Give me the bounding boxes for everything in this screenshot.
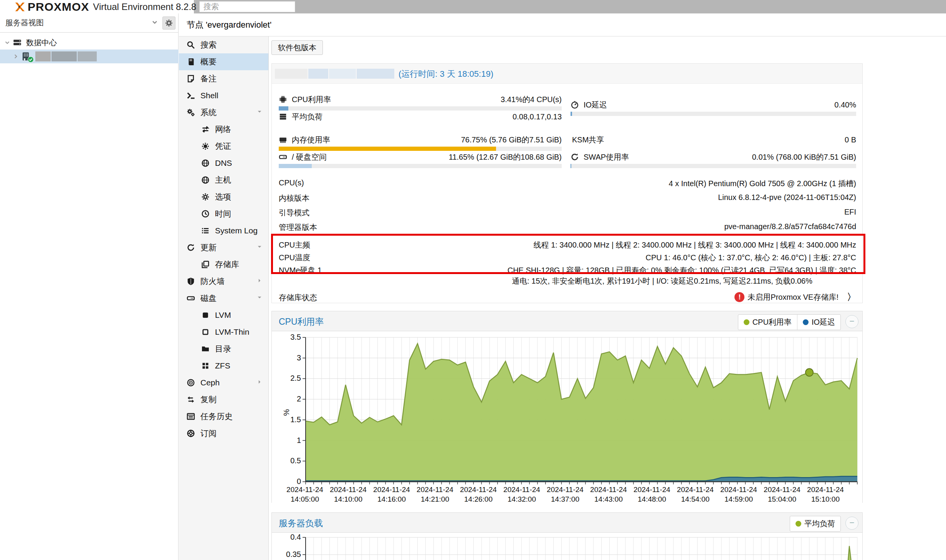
menu-item-shell[interactable]: Shell <box>179 87 268 104</box>
menu-item-目录[interactable]: 目录 <box>179 340 268 357</box>
menu-item-防火墙[interactable]: 防火墙 <box>179 273 268 290</box>
info-row-1: 内核版本Linux 6.8.12-4-pve (2024-11-06T15:04… <box>279 190 856 204</box>
node-status-card: (运行时间: 3 天 18:05:19) CPU利用率3.41%的4 CPU(s… <box>271 63 863 303</box>
chevron-down-icon[interactable] <box>151 18 162 28</box>
menu-item-时间[interactable]: 时间 <box>179 205 268 222</box>
menu-item-主机[interactable]: 主机 <box>179 172 268 188</box>
stat-value: 11.65% (12.67 GiB的108.68 GiB) <box>449 152 562 162</box>
menu-item-复制[interactable]: 复制 <box>179 391 268 408</box>
highlight-row-1: CPU温度CPU 1: 46.0°C (核心 1: 37.0°C, 核心 2: … <box>279 250 856 264</box>
load-chart-body: 0.40.35 <box>272 533 862 560</box>
menu-item-网络[interactable]: 网络 <box>179 121 268 138</box>
view-selector-row[interactable]: 服务器视图 <box>0 13 179 33</box>
exchange-icon <box>200 125 211 134</box>
stat-value: 76.75% (5.76 GiB的7.51 GiB) <box>461 135 562 145</box>
redacted-node-name <box>35 51 51 61</box>
chevron-right-icon[interactable] <box>256 277 263 286</box>
stat-label: 平均负荷 <box>292 112 322 122</box>
stat-label: CPU利用率 <box>292 94 331 105</box>
redacted-node-title <box>275 69 308 79</box>
menu-item-系统[interactable]: 系统 <box>179 104 268 121</box>
legend-item[interactable]: CPU利用率 <box>738 315 797 330</box>
shield-icon <box>185 277 197 286</box>
cpu-chart-header: CPU利用率 CPU利用率IO延迟 − <box>272 311 862 331</box>
cpu-chart-plot <box>306 337 857 482</box>
highlight-row-0: CPU主频线程 1: 3400.000 MHz | 线程 2: 3400.000… <box>279 237 856 251</box>
menu-item-label: 磁盘 <box>200 293 217 304</box>
chevron-right-icon[interactable] <box>256 378 263 387</box>
globe-icon <box>200 176 211 184</box>
stat-label: SWAP使用率 <box>584 152 629 162</box>
menu-item-lvm-thin[interactable]: LVM-Thin <box>179 324 268 340</box>
menu-item-搜索[interactable]: 搜索 <box>179 36 268 53</box>
load-chart-title: 服务器负载 <box>279 517 323 529</box>
menu-item-label: 订阅 <box>200 428 217 439</box>
menu-item-更新[interactable]: 更新 <box>179 239 268 256</box>
highlight-row-2: NVMe硬盘 1CHE SHI-128G | 容量: 128GB | 已用寿命:… <box>279 263 856 276</box>
chevron-down-icon[interactable] <box>3 39 12 46</box>
legend-label: IO延迟 <box>812 317 835 327</box>
info-label: 内核版本 <box>279 193 309 203</box>
legend-dot <box>744 319 749 325</box>
tree-settings-button[interactable] <box>162 17 175 30</box>
menu-item-label: Shell <box>200 91 218 100</box>
menu-item-system-log[interactable]: System Log <box>179 222 268 239</box>
tree-item-node-selected[interactable] <box>0 50 179 63</box>
x-axis-tick-label: 2024-11-2415:10:00 <box>800 485 850 504</box>
global-search-input[interactable] <box>199 1 295 12</box>
y-axis-tick-label: 1 <box>274 436 301 445</box>
ceph-icon <box>185 378 197 387</box>
chevron-right-icon[interactable] <box>12 53 20 60</box>
menu-item-lvm[interactable]: LVM <box>179 307 268 324</box>
menu-item-磁盘[interactable]: 磁盘 <box>179 290 268 307</box>
chevron-down-icon[interactable] <box>256 108 263 117</box>
brand-subtitle: Virtual Environment 8.2.8 <box>93 2 196 12</box>
tree-item-datacenter[interactable]: 数据中心 <box>0 36 179 50</box>
x-axis-tick-label: 2024-11-2414:54:00 <box>670 485 720 504</box>
menu-item-label: LVM-Thin <box>215 327 249 337</box>
package-versions-button[interactable]: 软件包版本 <box>271 40 323 55</box>
menu-item-任务历史[interactable]: 任务历史 <box>179 408 268 425</box>
info-label: 管理器版本 <box>279 222 317 233</box>
server-icon <box>279 112 290 121</box>
chevron-down-icon[interactable] <box>256 243 263 252</box>
collapse-button[interactable]: − <box>845 517 858 530</box>
y-axis-tick-label: 2.5 <box>274 374 301 383</box>
stat-ksm-sharing: KSM共享0 B <box>571 134 856 145</box>
menu-item-备注[interactable]: 备注 <box>179 70 268 87</box>
chevron-right-icon[interactable]: 〉 <box>847 291 856 303</box>
terminal-icon <box>185 91 197 100</box>
stat-value: 0.01% (768.00 KiB的7.51 GiB) <box>752 152 856 162</box>
collapse-button[interactable]: − <box>845 315 858 328</box>
x-axis-tick-label: 2024-11-2414:43:00 <box>584 485 633 504</box>
legend-item[interactable]: 平均负荷 <box>790 516 840 531</box>
info-value: CPU 1: 46.0°C (核心 1: 37.0°C, 核心 2: 46.0°… <box>646 253 857 263</box>
chevron-down-icon[interactable] <box>256 294 263 303</box>
info-value: Linux 6.8.12-4-pve (2024-11-06T15:04Z) <box>718 193 856 202</box>
resource-tree-panel: 服务器视图 数据中心 <box>0 13 179 560</box>
uptime-row: (运行时间: 3 天 18:05:19) <box>272 64 862 84</box>
legend-item[interactable]: IO延迟 <box>797 315 840 330</box>
repository-status-label: 存储库状态 <box>279 292 317 303</box>
search-icon <box>185 41 197 49</box>
menu-item-dns[interactable]: DNS <box>179 155 268 172</box>
warning-icon: ! <box>734 292 744 302</box>
x-axis-tick-label: 2024-11-2414:16:00 <box>367 485 417 504</box>
menu-item-zfs[interactable]: ZFS <box>179 357 268 374</box>
menu-item-选项[interactable]: 选项 <box>179 188 268 205</box>
menu-item-ceph[interactable]: Ceph <box>179 374 268 391</box>
menu-item-凭证[interactable]: 凭证 <box>179 138 268 155</box>
y-axis-tick-label: 1.5 <box>274 415 301 424</box>
menu-item-订阅[interactable]: 订阅 <box>179 425 268 442</box>
menu-item-label: 防火墙 <box>200 276 225 287</box>
globe-icon <box>200 159 211 167</box>
stat-io-delay: IO延迟0.40% <box>571 99 856 111</box>
stat-value: 3.41%的4 CPU(s) <box>501 94 562 105</box>
load-chart-plot <box>306 537 857 560</box>
menu-item-label: ZFS <box>215 361 230 370</box>
menu-item-存储库[interactable]: 存储库 <box>179 256 268 273</box>
menu-item-概要[interactable]: 概要 <box>179 53 268 70</box>
stat-memory-usage: 内存使用率76.75% (5.76 GiB的7.51 GiB) <box>279 134 562 145</box>
info-value: 线程 1: 3400.000 MHz | 线程 2: 3400.000 MHz … <box>534 240 856 250</box>
node-icon <box>20 51 31 61</box>
